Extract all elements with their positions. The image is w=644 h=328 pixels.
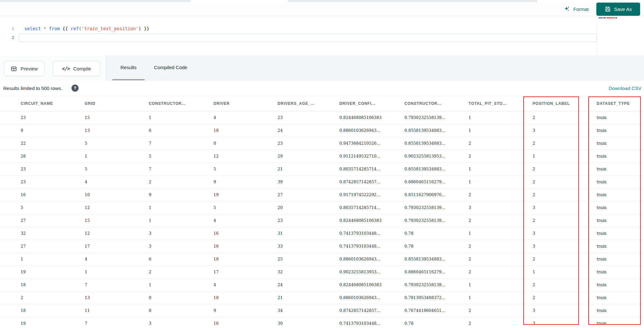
table-cell: 0.7413793103448... <box>339 227 404 240</box>
table-cell: 24 <box>278 278 339 291</box>
table-cell: 2 <box>469 304 533 317</box>
table-cell: 0.8742857142857... <box>339 304 404 317</box>
table-cell: 5 <box>213 201 278 214</box>
table-cell: 1 <box>533 266 597 278</box>
save-as-button[interactable]: Save As <box>596 3 640 16</box>
table-cell: 3 <box>149 240 213 253</box>
table-cell: 1 <box>149 214 213 227</box>
row-limit-notice: Results limited to 500 rows. <box>3 80 62 96</box>
tab-compiled-code[interactable]: Compiled Code <box>147 55 195 79</box>
floppy-disk-icon <box>605 6 611 12</box>
code-line-1[interactable]: select * from {{ ref('train_test_positio… <box>24 24 149 33</box>
table-cell: 1 <box>149 201 213 214</box>
table-cell: train <box>597 137 644 150</box>
ide-page: Format Save As 1 2 select * from {{ ref(… <box>0 0 644 328</box>
table-cell: 23 <box>278 111 339 124</box>
table-cell: train <box>597 150 644 163</box>
table-row: 23575210.8035714285714...0.8558139534883… <box>0 163 644 176</box>
table-cell: 23 <box>278 137 339 150</box>
table-cell: 5 <box>0 201 85 214</box>
column-header: CONSTRUCTOR... <box>404 96 469 111</box>
table-cell: 18 <box>213 124 278 137</box>
table-cell: 2 <box>469 137 533 150</box>
download-csv-link[interactable]: Download CSV <box>609 80 641 96</box>
table-cell: 23 <box>0 163 85 176</box>
table-row: 213018210.8860103626943...0.781395348837… <box>0 291 644 304</box>
help-icon[interactable]: ? <box>71 85 79 92</box>
table-cell: 2 <box>469 214 533 227</box>
table-cell: 2 <box>533 214 597 227</box>
table-cell: 4 <box>213 111 278 124</box>
sql-code-editor[interactable]: 1 2 select * from {{ ref('train_test_pos… <box>0 16 644 55</box>
table-row: 2717316330.7413793103448...0.7823train <box>0 240 644 253</box>
table-cell: 3 <box>149 317 213 328</box>
table-cell: train <box>597 227 644 240</box>
table-cell: 1 <box>149 111 213 124</box>
table-cell: 1 <box>469 163 533 176</box>
table-cell: 3 <box>533 124 597 137</box>
column-header: DRIVER_CONFI... <box>339 96 404 111</box>
table-cell: 0.9023255813953... <box>339 266 404 278</box>
table-row: 51215200.8035714285714...0.7930232558139… <box>0 201 644 214</box>
table-cell: 3 <box>533 201 597 214</box>
table-cell: 1 <box>469 227 533 240</box>
format-button[interactable]: Format <box>564 5 589 14</box>
table-cell: 0.7813953488372... <box>404 291 469 304</box>
code-token-keyword: from <box>49 26 60 31</box>
table-cell: 21 <box>278 291 339 304</box>
table-cell: 23 <box>0 111 85 124</box>
table-cell: 27 <box>278 188 339 201</box>
table-cell: 0.8558139534883... <box>404 137 469 150</box>
table-cell: 0.7674418604651... <box>404 304 469 317</box>
table-cell: 2 <box>0 291 85 304</box>
code-token-keyword: select <box>24 26 41 31</box>
table-cell: 0.7930232558139... <box>404 111 469 124</box>
table-cell: 0.78 <box>404 240 469 253</box>
compile-button[interactable]: </> Compile <box>53 61 100 76</box>
table-cell: 4 <box>213 214 278 227</box>
column-header: CIRCUIT_NAME <box>0 96 85 111</box>
save-as-button-label: Save As <box>614 6 632 12</box>
table-cell: 1 <box>469 291 533 304</box>
table-cell: 31 <box>278 227 339 240</box>
table-cell: 13 <box>85 124 149 137</box>
table-cell: 25 <box>278 253 339 266</box>
table-row: 231514230.8244680851063830.7930232558139… <box>0 111 644 124</box>
table-cell: 12 <box>85 227 149 240</box>
code-brackets-icon: </> <box>62 66 70 72</box>
table-row: 281512290.9112149532710...0.902325581395… <box>0 150 644 163</box>
table-cell: 16 <box>213 227 278 240</box>
table-cell: 0.824468085106383 <box>339 111 404 124</box>
table-cell: 2 <box>149 266 213 278</box>
table-cell: 0.824468085106383 <box>339 214 404 227</box>
column-header: GRID <box>85 96 149 111</box>
column-header: CONSTRUCTOR... <box>149 96 213 111</box>
table-cell: 0 <box>213 137 278 150</box>
table-cell: train <box>597 124 644 137</box>
column-header: DRIVER <box>213 96 278 111</box>
format-button-label: Format <box>573 6 589 12</box>
table-cell: 2 <box>533 111 597 124</box>
table-cell: 9 <box>0 124 85 137</box>
table-cell: 34 <box>278 304 339 317</box>
table-cell: 2 <box>469 253 533 266</box>
results-info-bar: Results limited to 500 rows. ? Download … <box>0 80 644 96</box>
table-row: 191217320.9023255813953...0.886046511627… <box>0 266 644 278</box>
table-cell: 0.8860465116279... <box>404 266 469 278</box>
table-cell: 0.8035714285714... <box>339 201 404 214</box>
table-row: 197316300.7413793103448...0.7823train <box>0 317 644 328</box>
table-cell: 2 <box>469 266 533 278</box>
table-cell: train <box>597 266 644 278</box>
table-cell: 1 <box>469 111 533 124</box>
table-cell: 20 <box>278 201 339 214</box>
tab-results[interactable]: Results <box>112 55 145 79</box>
active-line-cursor-box[interactable] <box>19 33 597 42</box>
preview-button[interactable]: Preview <box>4 61 44 76</box>
editor-minimap[interactable] <box>597 16 644 55</box>
table-cell: 2 <box>469 317 533 328</box>
table-cell: 1 <box>469 124 533 137</box>
table-cell: train <box>597 291 644 304</box>
table-cell: 7 <box>149 137 213 150</box>
table-cell: 0.7930232558139... <box>404 214 469 227</box>
table-grid-icon <box>11 66 17 72</box>
